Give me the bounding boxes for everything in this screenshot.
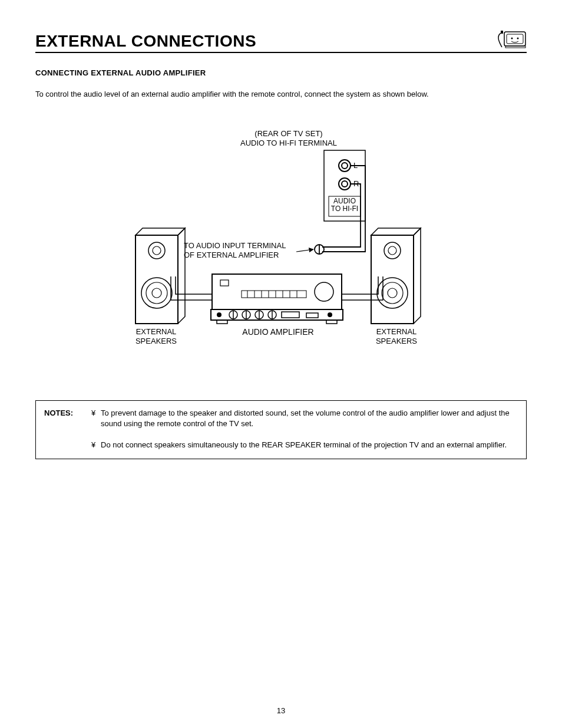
diagram-label-jack-l: L <box>353 161 358 170</box>
svg-point-10 <box>342 181 348 187</box>
svg-rect-5 <box>501 31 503 34</box>
svg-rect-49 <box>371 235 414 324</box>
svg-point-28 <box>217 312 222 317</box>
manual-page: EXTERNAL CONNECTIONS CONNECTING EXTERNAL… <box>0 0 562 728</box>
bullet-icon: ¥ <box>91 408 101 429</box>
diagram-label-rear-tv: (REAR OF TV SET) AUDIO TO HI-FI TERMINAL <box>224 129 353 149</box>
notes-heading: NOTES: <box>44 408 91 429</box>
svg-rect-17 <box>220 280 229 286</box>
svg-point-54 <box>382 282 403 304</box>
svg-rect-4 <box>505 46 525 48</box>
svg-point-48 <box>152 288 161 298</box>
diagram-label-hifi-box: AUDIO TO HI-FI <box>329 197 361 213</box>
notes-item-1: To prevent damage to the speaker and dis… <box>101 408 518 429</box>
section-subheading: CONNECTING EXTERNAL AUDIO AMPLIFIER <box>35 68 527 77</box>
bullet-icon: ¥ <box>91 440 101 450</box>
diagram-label-jack-r: R <box>353 179 359 189</box>
connection-diagram: (REAR OF TV SET) AUDIO TO HI-FI TERMINAL… <box>35 123 527 371</box>
svg-marker-50 <box>371 228 421 235</box>
svg-point-44 <box>148 242 165 259</box>
diagram-label-ext-speakers-right: EXTERNAL SPEAKERS <box>364 327 429 347</box>
computer-icon <box>494 29 527 51</box>
svg-point-45 <box>153 246 161 255</box>
svg-point-2 <box>511 38 513 39</box>
svg-point-8 <box>342 163 348 169</box>
svg-point-7 <box>339 160 351 172</box>
svg-point-52 <box>388 246 396 255</box>
svg-point-39 <box>328 312 332 317</box>
svg-rect-38 <box>306 313 318 318</box>
svg-marker-43 <box>135 228 185 235</box>
svg-point-55 <box>388 288 397 298</box>
diagram-label-amplifier: AUDIO AMPLIFIER <box>231 327 325 338</box>
page-title: EXTERNAL CONNECTIONS <box>35 32 256 51</box>
svg-point-51 <box>384 242 401 259</box>
svg-point-18 <box>315 282 333 301</box>
notes-item-2: Do not connect speakers simultaneously t… <box>101 440 518 450</box>
svg-point-3 <box>517 38 519 39</box>
page-number: 13 <box>0 706 562 715</box>
svg-rect-15 <box>212 274 342 309</box>
section-intro: To control the audio level of an externa… <box>35 89 527 100</box>
svg-point-9 <box>339 178 351 190</box>
diagram-label-ext-speakers-left: EXTERNAL SPEAKERS <box>124 327 189 347</box>
diagram-label-audio-input: TO AUDIO INPUT TERMINAL OF EXTERNAL AMPL… <box>184 241 302 261</box>
svg-rect-42 <box>135 235 178 324</box>
svg-rect-37 <box>282 312 299 318</box>
page-header: EXTERNAL CONNECTIONS <box>35 29 527 53</box>
notes-box: NOTES: ¥ To prevent damage to the speake… <box>35 400 527 460</box>
svg-point-47 <box>146 282 167 304</box>
